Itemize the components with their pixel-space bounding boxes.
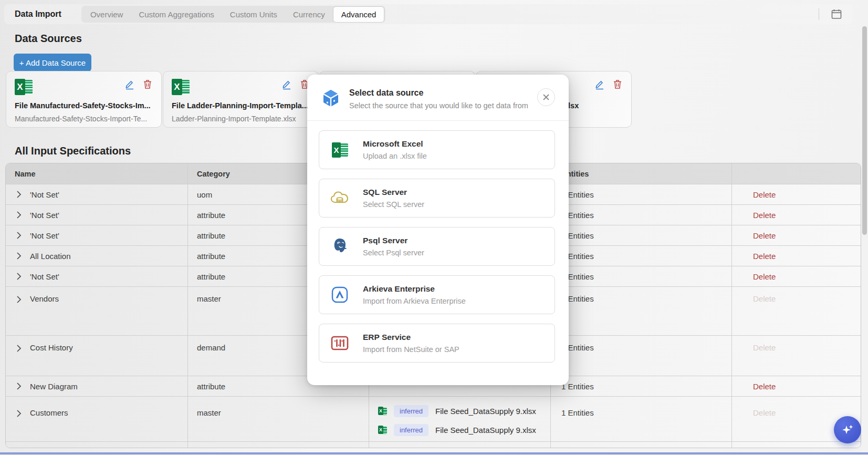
top-navigation-bar: Data Import Overview Custom Aggregations… (4, 4, 853, 24)
delete-button[interactable]: Delete (753, 211, 776, 220)
modal-title: Select data source (349, 88, 528, 98)
spec-entities: 1 Entities (551, 397, 732, 442)
calendar-icon[interactable] (830, 7, 843, 21)
tab-overview[interactable]: Overview (82, 7, 131, 22)
postgresql-icon (330, 237, 350, 255)
trash-icon[interactable] (142, 79, 153, 90)
delete-button[interactable]: Delete (753, 272, 776, 281)
option-name: Psql Server (363, 236, 424, 245)
option-name: ERP Service (363, 333, 459, 342)
spec-entities: 1 Entities (551, 225, 732, 246)
source-entry: X inferred File Seed_DataSupply 9.xlsx (369, 401, 550, 420)
tab-group: Overview Custom Aggregations Custom Unit… (81, 6, 386, 23)
edit-icon[interactable] (124, 79, 135, 90)
expand-chevron-icon[interactable] (15, 251, 22, 261)
divider (819, 8, 819, 20)
specifications-heading: All Input Specifications (15, 145, 131, 157)
source-entry: X inferred File Seed_DataSupply 9.xlsx (369, 420, 550, 439)
spec-entities: 1 Entities (551, 184, 732, 205)
delete-button[interactable]: Delete (753, 252, 776, 261)
column-header-name: Name (6, 163, 188, 184)
spec-entities: 1 Entities (551, 287, 732, 336)
delete-button-disabled: Delete (753, 408, 776, 417)
excel-icon: X (378, 407, 387, 415)
card-title: File Manufactured-Safety-Stocks-Im... (15, 101, 153, 110)
spec-entities: 1 Entities (551, 266, 732, 287)
tab-advanced[interactable]: Advanced (333, 6, 385, 23)
spec-name: Customers (30, 408, 68, 417)
delete-button[interactable]: Delete (753, 382, 776, 391)
tab-currency[interactable]: Currency (285, 7, 333, 22)
expand-chevron-icon[interactable] (15, 189, 22, 200)
edit-icon[interactable] (594, 79, 605, 90)
inferred-badge: inferred (394, 405, 428, 417)
spec-name: 'Not Set' (30, 190, 59, 199)
expand-chevron-icon[interactable] (15, 343, 22, 354)
add-data-source-button[interactable]: + Add Data Source (14, 54, 91, 71)
delete-button-disabled: Delete (753, 294, 776, 303)
assistant-fab-button[interactable] (834, 416, 861, 443)
expand-chevron-icon[interactable] (15, 271, 22, 282)
spec-category: master (188, 397, 369, 442)
inferred-badge: inferred (394, 424, 428, 436)
expand-chevron-icon[interactable] (15, 294, 22, 305)
spec-entities: 1 Entities (551, 376, 732, 397)
vertical-scrollbar[interactable] (861, 0, 868, 455)
column-header-actions (732, 163, 861, 184)
trash-icon[interactable] (612, 79, 623, 90)
modal-subtitle: Select the source that you would like to… (349, 101, 528, 110)
excel-icon: X (332, 142, 348, 158)
spec-entities: 1 Entities (551, 246, 732, 266)
option-description: Select Psql server (363, 249, 424, 257)
card-title: File Ladder-Planning-Import-Templa... (172, 101, 310, 110)
card-subtitle: Ladder-Planning-Import-Template.xlsx (172, 115, 310, 123)
card-subtitle: Manufactured-Safety-Stocks-Import-Te... (15, 115, 153, 123)
scrollbar-thumb[interactable] (862, 26, 867, 235)
data-source-options: X Microsoft Excel Upload an .xlsx file (307, 121, 569, 363)
spec-name: Cost History (30, 343, 73, 352)
data-source-card[interactable]: X File Manufactured-Safety-Stocks-Im... … (6, 71, 162, 128)
option-psql-server[interactable]: Psql Server Select Psql server (319, 227, 555, 266)
delete-button[interactable]: Delete (753, 231, 776, 240)
spec-name: New Diagram (30, 382, 78, 391)
excel-icon: X (15, 79, 33, 95)
expand-chevron-icon[interactable] (15, 408, 22, 419)
arkieva-icon (330, 286, 350, 304)
data-cube-icon (321, 88, 340, 108)
bottom-edge-strip (0, 452, 868, 454)
option-description: Select SQL server (363, 200, 424, 209)
spec-name: Vendors (30, 294, 59, 303)
spec-name: 'Not Set' (30, 272, 59, 281)
option-erp-service[interactable]: ERP Service Import from NetSuite or SAP (319, 324, 555, 363)
spec-name: 'Not Set' (30, 211, 59, 220)
page-title: Data Import (15, 9, 61, 19)
app-window: Data Import Overview Custom Aggregations… (0, 0, 868, 455)
expand-chevron-icon[interactable] (15, 230, 22, 241)
option-description: Import from Arkieva Enterprise (363, 297, 466, 305)
data-sources-heading: Data Sources (15, 33, 82, 45)
expand-chevron-icon[interactable] (15, 210, 22, 220)
option-description: Upload an .xlsx file (363, 152, 427, 160)
option-name: SQL Server (363, 188, 424, 197)
spec-entities: 1 Entities (551, 336, 732, 376)
close-icon[interactable] (537, 88, 555, 106)
select-data-source-modal: Select data source Select the source tha… (307, 75, 569, 385)
option-sql-server[interactable]: SQL Server Select SQL server (319, 179, 555, 218)
option-description: Import from NetSuite or SAP (363, 345, 459, 354)
table-row-partial (6, 442, 861, 448)
edit-icon[interactable] (281, 79, 292, 90)
delete-button[interactable]: Delete (753, 190, 776, 199)
source-file-name: File Seed_DataSupply 9.xlsx (435, 426, 536, 435)
option-microsoft-excel[interactable]: X Microsoft Excel Upload an .xlsx file (319, 130, 555, 169)
tab-custom-units[interactable]: Custom Units (222, 7, 285, 22)
source-file-name: File Seed_DataSupply 9.xlsx (435, 407, 536, 416)
tab-custom-aggregations[interactable]: Custom Aggregations (131, 7, 222, 22)
option-name: Microsoft Excel (363, 139, 427, 149)
data-source-card[interactable]: X File Ladder-Planning-Import-Templa... … (163, 71, 319, 128)
delete-button-disabled: Delete (753, 343, 776, 352)
sql-cloud-icon (330, 190, 350, 206)
option-arkieva-enterprise[interactable]: Arkieva Enterprise Import from Arkieva E… (319, 275, 555, 314)
expand-chevron-icon[interactable] (15, 381, 22, 391)
sparkle-icon (840, 422, 855, 437)
spec-entities: 1 Entities (551, 205, 732, 225)
